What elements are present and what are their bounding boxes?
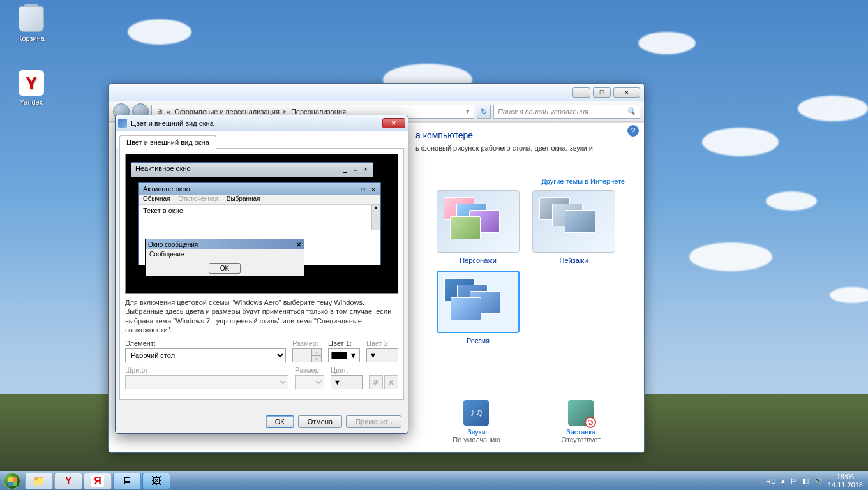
close-button[interactable]: ✕ <box>382 118 405 128</box>
preview-textarea: Текст в окне <box>139 205 380 230</box>
search-input[interactable]: Поиск в панели управления 🔍 <box>493 105 640 119</box>
desktop-icon-label: Yandex <box>9 98 54 106</box>
taskbar-pinned-yandex[interactable]: Y <box>54 473 82 489</box>
display-icon: 🖼 <box>151 475 161 487</box>
close-button[interactable]: ✕ <box>613 87 640 98</box>
category-screensaver[interactable]: ⊘ Заставка Отсутствует <box>561 400 601 443</box>
preview-inactive-window: Неактивное окно _ ☐ ✕ <box>131 162 373 177</box>
search-icon: 🔍 <box>627 107 636 115</box>
color2-label: Цвет 2: <box>366 339 398 347</box>
tray-chevron-icon[interactable]: ▴ <box>781 477 785 485</box>
size-label: Размер: <box>292 339 322 347</box>
screensaver-icon: ⊘ <box>568 400 594 426</box>
scrollbar-icon <box>371 205 380 230</box>
recycle-bin-icon <box>19 6 44 32</box>
category-sounds[interactable]: ♪♫ Звуки По умолчанию <box>453 400 500 443</box>
theme-label: Пейзажи <box>530 256 617 264</box>
page-subheading: ь фоновый рисунок рабочего стола, цвет о… <box>415 144 631 152</box>
element-label: Элемент: <box>125 339 286 347</box>
tab-appearance[interactable]: Цвет и внешний вид окна <box>119 135 216 149</box>
theme-label: Россия <box>435 337 521 345</box>
help-icon[interactable]: ? <box>627 125 639 137</box>
font-label: Шрифт: <box>125 366 288 374</box>
yandex-icon: Y <box>65 475 72 487</box>
italic-button: К <box>384 375 398 389</box>
fontsize-select <box>295 375 324 389</box>
start-button[interactable] <box>0 471 24 491</box>
desktop-icon-yandex[interactable]: Y Yandex <box>9 70 54 106</box>
window-controls-icon: _ ☐ ✕ <box>351 186 377 193</box>
system-tray: RU ▴ 🏳 ◧ 🔊 18:06 14.11.2018 <box>761 473 868 488</box>
yandex-icon: Я <box>91 475 104 487</box>
preview-active-title: Активное окно <box>143 185 190 193</box>
taskbar-pinned-yandex2[interactable]: Я <box>84 473 112 489</box>
breadcrumb-icon: 🖥 <box>156 108 163 115</box>
folder-icon: 📁 <box>33 475 45 487</box>
color1-label: Цвет 1: <box>328 339 360 347</box>
preview-pane: Неактивное окно _ ☐ ✕ Активное окно _ ☐ … <box>125 154 398 294</box>
color2-select: ▼ <box>366 348 398 362</box>
dialog-titlebar[interactable]: Цвет и внешний вид окна ✕ <box>116 115 408 131</box>
preview-msgbox-body: Сообщение <box>146 249 304 260</box>
breadcrumb-item[interactable]: Персонализация <box>291 108 346 115</box>
close-icon: ✕ <box>296 241 301 248</box>
theme-tile[interactable]: Пейзажи <box>530 190 617 264</box>
element-select[interactable]: Рабочий стол <box>125 348 286 362</box>
color1-select[interactable]: ▼ <box>328 348 360 362</box>
taskbar: 📁 Y Я 🖥 🖼 RU ▴ 🏳 ◧ 🔊 18:06 14.11.2018 <box>0 471 868 490</box>
fontcolor-label: Цвет: <box>331 366 363 374</box>
preview-messagebox: Окно сообщения ✕ Сообщение OK <box>145 239 304 276</box>
dialog-title: Цвет и внешний вид окна <box>131 119 382 127</box>
breadcrumb-back: « <box>167 108 170 115</box>
preview-msgbox-title: Окно сообщения <box>148 241 198 248</box>
theme-tile-selected[interactable]: Россия <box>435 271 521 345</box>
fontcolor-select: ▼ <box>331 375 363 389</box>
taskbar-app-controlpanel[interactable]: 🖥 <box>113 473 141 489</box>
size-stepper: ▲▼ <box>292 348 322 362</box>
theme-tile[interactable]: Персонажи <box>435 190 521 264</box>
note-text: Для включения цветовой схемы "Windows Ae… <box>125 298 398 334</box>
dropdown-icon[interactable]: ▾ <box>466 107 470 115</box>
desktop-icon-label: Корзина <box>9 34 54 42</box>
fontsize-label: Размер: <box>295 366 324 374</box>
network-icon[interactable]: ◧ <box>802 477 809 485</box>
refresh-button[interactable]: ↻ <box>477 105 491 119</box>
font-select <box>125 375 288 389</box>
lang-indicator[interactable]: RU <box>766 477 776 485</box>
taskbar-pinned-explorer[interactable]: 📁 <box>25 473 53 489</box>
window-titlebar[interactable]: ─ ☐ ✕ <box>109 84 644 101</box>
dialog-content: Неактивное окно _ ☐ ✕ Активное окно _ ☐ … <box>119 148 404 400</box>
appearance-dialog: Цвет и внешний вид окна ✕ Цвет и внешний… <box>115 115 408 434</box>
preview-menu: Обычная Отключенная Выбранная <box>139 195 380 205</box>
taskbar-app-appearance[interactable]: 🖼 <box>142 473 170 489</box>
theme-label: Персонажи <box>435 256 521 264</box>
controlpanel-icon: 🖥 <box>122 475 132 487</box>
window-controls-icon: _ ☐ ✕ <box>343 165 369 172</box>
apply-button[interactable]: Применить <box>346 415 401 428</box>
cancel-button[interactable]: Отмена <box>298 415 342 428</box>
ok-button[interactable]: ОК <box>266 415 294 428</box>
maximize-button[interactable]: ☐ <box>593 87 611 98</box>
preview-msgbox-ok: OK <box>209 263 241 274</box>
page-heading: а компьютере <box>415 130 631 140</box>
bold-button: Ж <box>369 375 383 389</box>
yandex-icon: Y <box>19 70 44 96</box>
more-themes-link[interactable]: Другие темы в Интернете <box>415 177 631 185</box>
desktop-icon-recycle-bin[interactable]: Корзина <box>9 6 54 42</box>
volume-icon[interactable]: 🔊 <box>814 477 823 485</box>
breadcrumb-item[interactable]: Оформление и персонализация <box>174 108 280 115</box>
minimize-button[interactable]: ─ <box>572 87 590 98</box>
clock[interactable]: 18:06 14.11.2018 <box>828 473 863 488</box>
windows-logo-icon <box>4 473 20 489</box>
sounds-icon: ♪♫ <box>463 400 489 426</box>
dialog-icon <box>118 119 127 128</box>
flag-icon[interactable]: 🏳 <box>790 477 797 485</box>
preview-inactive-title: Неактивное окно <box>135 165 191 172</box>
